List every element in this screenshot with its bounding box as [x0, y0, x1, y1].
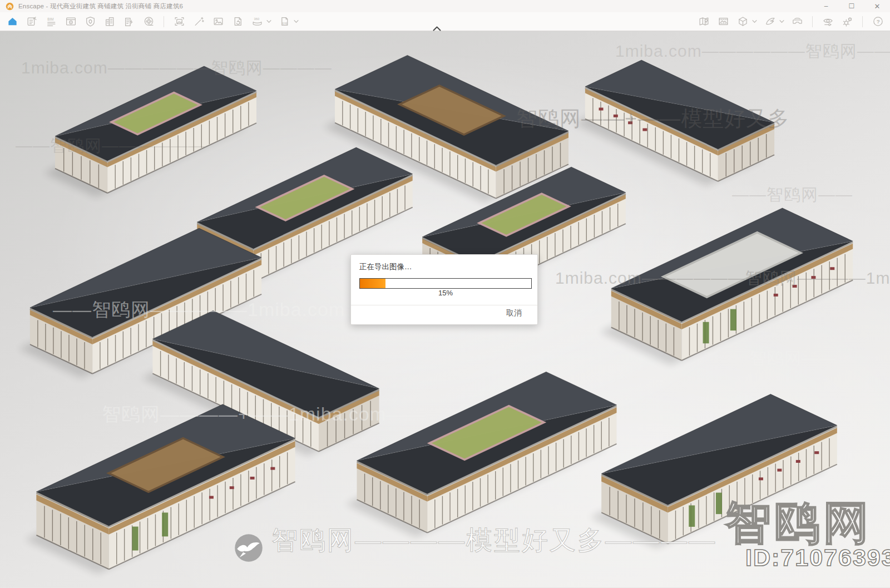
toolbar-right-group: ? — [697, 15, 884, 28]
dialog-title: 正在导出图像… — [359, 262, 412, 272]
cube-3d-icon[interactable] — [736, 15, 749, 28]
building-render — [25, 404, 295, 574]
viewport-icon[interactable] — [64, 15, 77, 28]
toolbar: BIM360EXE ? — [0, 12, 890, 31]
building-render — [574, 60, 774, 186]
toolbar-separator — [862, 16, 863, 27]
map-pin-icon[interactable] — [697, 15, 710, 28]
building-icon[interactable] — [103, 15, 116, 28]
enscape-window: Enscape - 现代商业街建筑 商铺建筑 沿街商铺 商店建筑6 –☐✕ BI… — [0, 0, 890, 588]
building-render — [44, 66, 256, 197]
chevron-down-icon[interactable] — [294, 19, 299, 23]
toolbar-separator — [812, 16, 813, 27]
vr-headset-icon[interactable] — [790, 15, 804, 28]
toolbar-collapse-chevron-icon[interactable] — [433, 23, 441, 33]
progress-bar — [359, 278, 532, 289]
image-export-icon[interactable] — [211, 15, 225, 28]
magic-wand-icon[interactable] — [192, 15, 205, 28]
settings-gears-icon[interactable] — [840, 15, 854, 28]
progress-percent-label: 15% — [359, 289, 532, 297]
home-icon[interactable] — [6, 15, 19, 28]
svg-text:360: 360 — [254, 17, 259, 21]
svg-text:EXE: EXE — [282, 22, 287, 25]
chevron-down-icon[interactable] — [779, 19, 784, 23]
panorama-360-icon[interactable]: 360 — [250, 15, 264, 28]
progress-bar-fill — [360, 279, 385, 288]
render-viewport[interactable]: 1miba.com——————智鸥网——————智鸥网——————1miba.c… — [0, 31, 890, 587]
close-button[interactable]: ✕ — [864, 0, 890, 12]
toolbar-separator — [164, 16, 164, 27]
building-energy-icon[interactable] — [122, 15, 136, 28]
bim-icon[interactable]: BIM — [44, 15, 58, 28]
texture-image-icon[interactable] — [716, 15, 730, 28]
titlebar: Enscape - 现代商业街建筑 商铺建筑 沿街商铺 商店建筑6 –☐✕ — [0, 0, 890, 12]
export-progress-dialog: 正在导出图像… 15% 取消 — [350, 254, 538, 325]
window-controls: –☐✕ — [813, 0, 890, 12]
journal-icon[interactable] — [25, 15, 38, 28]
building-render — [590, 394, 837, 549]
exe-export-icon[interactable]: EXE — [278, 15, 291, 28]
svg-text:BIM: BIM — [47, 17, 53, 21]
dialog-divider — [351, 305, 537, 305]
toolbar-left-group: BIM360EXE — [6, 15, 299, 28]
film-reel-icon[interactable] — [142, 15, 155, 28]
enscape-logo-icon — [6, 2, 14, 11]
building-render — [346, 372, 617, 537]
minimize-button[interactable]: – — [813, 0, 839, 12]
cancel-button[interactable]: 取消 — [504, 307, 524, 319]
svg-text:?: ? — [876, 18, 879, 24]
chevron-down-icon[interactable] — [752, 19, 757, 23]
wing-icon[interactable] — [763, 15, 777, 28]
shield-leaf-icon[interactable] — [83, 15, 97, 28]
window-title: Enscape - 现代商业街建筑 商铺建筑 沿街商铺 商店建筑6 — [18, 2, 183, 11]
building-render — [600, 208, 853, 365]
capture-frame-icon[interactable] — [172, 15, 186, 28]
doc-export-icon[interactable] — [231, 15, 244, 28]
help-icon[interactable]: ? — [871, 15, 884, 28]
maximize-button[interactable]: ☐ — [839, 0, 864, 12]
visual-settings-icon[interactable] — [821, 15, 834, 28]
chevron-down-icon[interactable] — [266, 19, 271, 23]
